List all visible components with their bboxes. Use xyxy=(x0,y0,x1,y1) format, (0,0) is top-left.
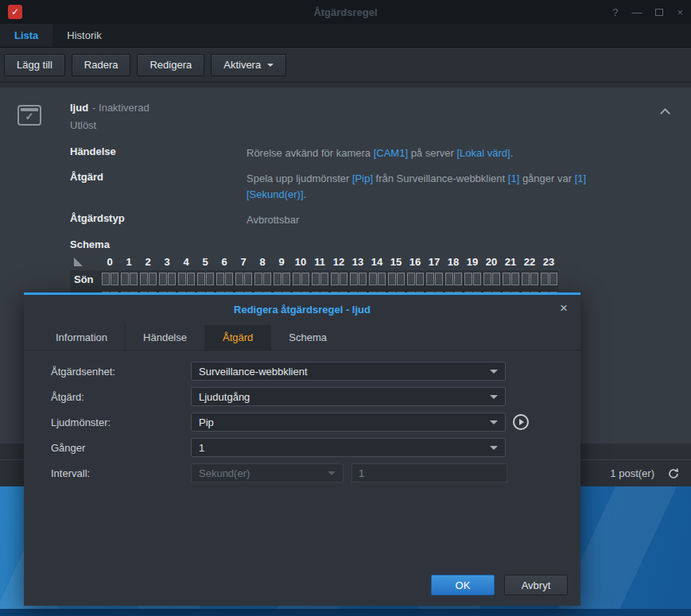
app-logo-icon xyxy=(8,5,22,19)
schedule-cell xyxy=(454,273,462,285)
schedule-cell xyxy=(254,273,262,285)
schedule-day-label: Sön xyxy=(70,270,100,289)
edit-button[interactable]: Redigera xyxy=(137,54,204,76)
schedule-hour-group xyxy=(444,270,463,289)
schedule-hour-label: 12 xyxy=(329,256,348,268)
schedule-hour-label: 14 xyxy=(367,256,386,268)
schedule-cell xyxy=(331,273,339,285)
cancel-button[interactable]: Avbryt xyxy=(504,575,568,595)
schedule-hour-label: 5 xyxy=(196,256,215,268)
action-select[interactable]: Ljudutgång xyxy=(191,387,506,406)
schedule-cell xyxy=(320,273,328,285)
schedule-hour-group xyxy=(138,270,157,289)
times-field-row: Gånger 1 xyxy=(51,438,553,457)
inline-link[interactable]: [Lokal värd] xyxy=(456,147,510,159)
sound-select[interactable]: Pip xyxy=(191,413,506,432)
action-field-label: Åtgärd: xyxy=(51,391,191,403)
interval-amount-input xyxy=(351,463,507,482)
schedule-cell xyxy=(130,273,138,285)
inline-link[interactable]: [Pip] xyxy=(352,172,373,184)
schedule-hour-label: 19 xyxy=(463,256,482,268)
inline-link[interactable]: [1] xyxy=(575,172,586,184)
schedule-cell xyxy=(378,273,386,285)
times-select[interactable]: 1 xyxy=(191,438,506,457)
chevron-down-icon xyxy=(267,64,274,67)
schedule-cell xyxy=(503,273,510,285)
schedule-hour-group xyxy=(100,270,119,289)
schedule-cell xyxy=(473,273,481,285)
schedule-hour-label: 16 xyxy=(406,256,425,268)
post-count: 1 post(er) xyxy=(610,467,654,479)
dialog-buttons: OK Avbryt xyxy=(431,575,568,595)
dialog-close-icon[interactable]: × xyxy=(560,301,568,315)
schedule-hour-label: 17 xyxy=(425,256,444,268)
schedule-hour-group xyxy=(463,270,482,289)
schedule-hour-group xyxy=(386,270,406,289)
schedule-cell xyxy=(197,273,205,285)
taskbar-strip xyxy=(0,609,691,616)
inline-link[interactable]: [Sekund(er)] xyxy=(247,188,304,200)
schedule-cell xyxy=(522,273,530,285)
schedule-cell xyxy=(511,273,519,285)
schedule-hour-group xyxy=(234,270,253,289)
schedule-hour-label: 6 xyxy=(215,256,234,268)
play-icon[interactable] xyxy=(513,414,529,430)
schedule-hour-label: 18 xyxy=(444,256,463,268)
schedule-hour-label: 20 xyxy=(482,256,501,268)
delete-button[interactable]: Radera xyxy=(72,54,131,76)
dialog-tab-handelse[interactable]: Händelse xyxy=(125,325,204,350)
ok-button[interactable]: OK xyxy=(431,575,495,595)
schedule-cell xyxy=(102,273,110,285)
schedule-hour-label: 10 xyxy=(291,256,310,268)
schedule-hour-group xyxy=(520,270,539,289)
maximize-icon[interactable] xyxy=(655,9,663,16)
schedule-cell xyxy=(187,273,195,285)
schedule-cell xyxy=(464,273,472,285)
schedule-hour-label: 22 xyxy=(520,256,539,268)
event-row: Händelse Rörelse avkänd för kamera [CAM1… xyxy=(70,145,674,161)
schedule-hour-group xyxy=(329,270,348,289)
tab-historik[interactable]: Historik xyxy=(52,24,115,47)
toolbar: Lägg till Radera Redigera Aktivera xyxy=(0,48,691,83)
dialog-title: Redigera åtgärdsregel - ljud xyxy=(24,304,580,316)
inline-link[interactable]: [1] xyxy=(508,172,519,184)
schedule-hour-group xyxy=(272,270,291,289)
titlebar: Åtgärdsregel ? — × xyxy=(0,0,691,24)
tab-lista[interactable]: Lista xyxy=(0,24,52,47)
dialog-tab-information[interactable]: Information xyxy=(38,325,125,350)
schedule-cell xyxy=(140,273,148,285)
sound-field-row: Ljudmönster: Pip xyxy=(51,413,553,432)
schedule-cell xyxy=(225,273,233,285)
schedule-cell xyxy=(445,273,453,285)
schedule-cell xyxy=(397,273,405,285)
minimize-icon[interactable]: — xyxy=(631,6,642,18)
inline-link[interactable]: [CAM1] xyxy=(374,147,408,159)
schedule-cell xyxy=(426,273,434,285)
schedule-cell xyxy=(301,273,309,285)
schedule-hour-group xyxy=(482,270,501,289)
refresh-icon[interactable] xyxy=(667,467,680,480)
schedule-cell xyxy=(149,273,157,285)
schedule-cell xyxy=(492,273,500,285)
activate-button[interactable]: Aktivera xyxy=(211,54,286,76)
device-select[interactable]: Surveillance-webbklient xyxy=(191,362,506,381)
dialog-tab-atgard[interactable]: Åtgärd xyxy=(204,325,270,350)
schedule-hour-label: 7 xyxy=(234,256,253,268)
dialog-tab-schema[interactable]: Schema xyxy=(270,325,344,350)
schedule-header: 01234567891011121314151617181920212223 xyxy=(70,254,558,270)
add-button[interactable]: Lägg till xyxy=(4,54,65,76)
schedule-cell xyxy=(111,273,118,285)
interval-unit-select: Sekund(er) xyxy=(191,463,344,482)
schedule-cell xyxy=(121,273,129,285)
schedule-cell xyxy=(340,273,347,285)
rule-status: - Inaktiverad xyxy=(92,102,149,114)
schedule-cell xyxy=(293,273,301,285)
close-icon[interactable]: × xyxy=(677,6,683,18)
main-tabbar: Lista Historik xyxy=(0,24,691,48)
chevron-down-icon xyxy=(490,446,498,450)
schedule-cell xyxy=(483,273,491,285)
schedule-cell xyxy=(312,273,320,285)
event-label: Händelse xyxy=(70,145,247,161)
help-icon[interactable]: ? xyxy=(612,6,618,18)
schedule-cell xyxy=(549,273,557,285)
